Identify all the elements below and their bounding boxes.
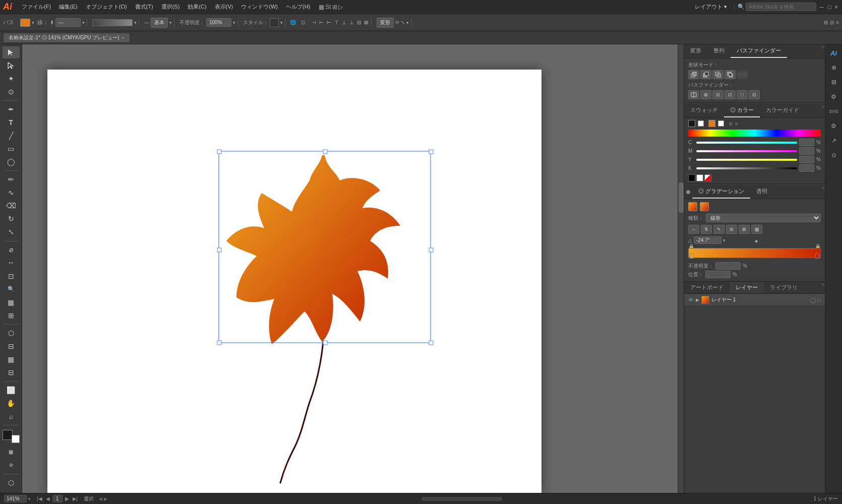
bg-mini-swatch[interactable] [698,120,704,127]
m-slider-track[interactable] [696,150,797,152]
spectrum-icon[interactable]: ≡ [735,121,738,127]
free-transform-tool[interactable]: ⊡ [3,270,20,282]
tab-align[interactable]: 整列 [707,44,731,58]
chart-tool[interactable]: ▦ [3,353,20,365]
more-icon[interactable]: ≡ [836,20,839,25]
gradient-bar-arrow-icon[interactable]: ▾ [134,20,137,25]
eyedropper-tool[interactable]: 🔍 [3,283,20,295]
ri-camera-icon[interactable]: ⊙ [827,149,840,162]
transform-icon2[interactable]: ⤡ [401,20,405,25]
transform-icon1[interactable]: ⟳ [395,20,399,25]
swatch-black[interactable] [688,174,695,181]
align-center-v-icon[interactable]: ⊥ [341,19,347,26]
gradient-tool[interactable]: ▦ [3,296,20,308]
nav-first-icon[interactable]: |◀ [36,496,43,501]
maximize-icon[interactable]: □ [828,4,831,11]
opacity-input[interactable] [206,18,231,27]
background-color[interactable] [12,435,20,443]
transform-more-icon[interactable]: ▾ [406,20,409,25]
live-paint-tool[interactable]: ⊟ [3,340,20,352]
style-arrow-icon[interactable]: ▾ [280,20,283,25]
fg-mini-swatch[interactable] [688,120,695,127]
color-spectrum[interactable] [688,130,821,137]
ri-move-icon[interactable]: ⊕ [827,61,840,74]
distribute-v-icon[interactable]: ⊠ [363,19,369,26]
angle-dropdown-icon[interactable]: ▾ [723,238,726,243]
outline-button[interactable]: □ [737,90,748,99]
pen-tool[interactable]: ✒ [3,103,20,115]
gradient-option4[interactable]: ▦ [751,225,762,234]
crop-button[interactable]: ⊡ [725,90,736,99]
gradient-swatch2[interactable] [700,202,709,211]
exclude-button[interactable] [725,70,736,79]
document-tab[interactable]: 名称未設定-1* ◎ 141% (CMYK/GPU プレビュー) × [3,33,130,43]
k-value-input[interactable] [799,164,814,172]
stroke-mini-swatch[interactable] [718,120,724,127]
layer-visibility-icon[interactable]: 👁 [688,297,694,303]
close-icon[interactable]: × [834,4,838,11]
gradient-option2[interactable]: ⊞ [726,225,737,234]
foreground-color[interactable] [3,430,13,440]
menu-select[interactable]: 選択(S) [158,2,184,12]
scrollbar-thumb[interactable] [679,182,684,213]
layer-1-name[interactable]: レイヤー 1 [711,296,808,303]
gradient-bar-editor[interactable] [688,248,821,258]
align-top-icon[interactable]: ⊤ [333,19,340,26]
ri-ai-icon[interactable]: Ai [827,46,840,59]
tab-artboard[interactable]: アートボード [684,282,730,293]
rotate-tool[interactable]: ↻ [3,213,20,225]
cmyk-mode-icon[interactable]: ⊘ [729,121,733,127]
unite-button[interactable] [688,70,699,79]
base-button[interactable]: 基本 [151,18,168,28]
gradient-display-icon[interactable]: ▦ [3,446,20,458]
ellipse-tool[interactable]: ◯ [3,156,20,168]
zoom-down-icon[interactable]: ▾ [28,496,31,501]
width-tool[interactable]: ↔ [3,257,20,269]
y-value-input[interactable] [799,156,814,163]
opacity-arrow-icon[interactable]: ▾ [233,20,235,25]
layer-lock-icon[interactable]: □ [818,297,821,303]
handle-br[interactable] [429,341,433,345]
tab-pathfinder[interactable]: パスファインダー [731,44,787,58]
base-arrow-icon[interactable]: ▾ [169,20,172,25]
distribute-h-icon[interactable]: ⊟ [356,19,362,26]
artboard-resize-icon[interactable]: ⊡ [301,20,305,25]
m-value-input[interactable] [799,147,814,155]
tab-library[interactable]: ライブラリ [764,282,804,293]
handle-ml[interactable] [217,248,221,252]
change-screen-mode-icon[interactable]: ⬡ [3,477,20,489]
zoom-input[interactable] [4,495,27,502]
slice-tool[interactable]: ⊟ [3,366,20,379]
text-tool[interactable]: T [3,116,20,129]
ri-share-icon[interactable]: ↗ [827,134,840,147]
stroke-input[interactable] [55,18,81,27]
intersect-button[interactable] [712,70,724,79]
shape-builder-tool[interactable]: ⬡ [3,327,20,339]
stroke-up-icon[interactable]: ⬆ [50,20,54,25]
handle-tr[interactable] [429,150,433,154]
menu-window[interactable]: ウィンドウ(W) [237,2,281,12]
trim-button[interactable]: ⊠ [700,90,711,99]
hand-tool[interactable]: ✋ [3,397,20,409]
ri-svg-icon[interactable]: SVG [827,105,840,118]
menu-object[interactable]: オブジェクト(O) [82,2,131,12]
gradient-swap-icon[interactable]: ⇅ [701,225,712,234]
stroke-arrow-icon[interactable]: ▾ [82,20,85,25]
blob-brush-tool[interactable]: ∿ [3,186,20,199]
handle-tc[interactable] [323,150,327,154]
minus-front-button[interactable] [700,70,711,79]
menu-effect[interactable]: 効果(C) [184,2,210,12]
layout-button[interactable]: レイアウト ▾ [691,2,731,12]
gradient-stop-left[interactable] [690,254,694,259]
direct-selection-tool[interactable] [3,59,20,72]
brush-tool[interactable]: ✏ [3,173,20,185]
arrange-panels-icon[interactable]: ⊞ [824,20,828,25]
ri-settings-icon[interactable]: ⚙ [827,119,840,133]
tab-swatches[interactable]: スウォッチ [684,104,724,117]
ri-layers-icon[interactable]: ⊞ [827,76,840,89]
style-swatch[interactable] [270,18,279,27]
menu-type[interactable]: 書式(T) [132,2,157,12]
lasso-tool[interactable]: ⊙ [3,86,20,98]
fill-arrow-icon[interactable]: ▾ [32,20,34,25]
selection-tool[interactable] [3,46,20,58]
